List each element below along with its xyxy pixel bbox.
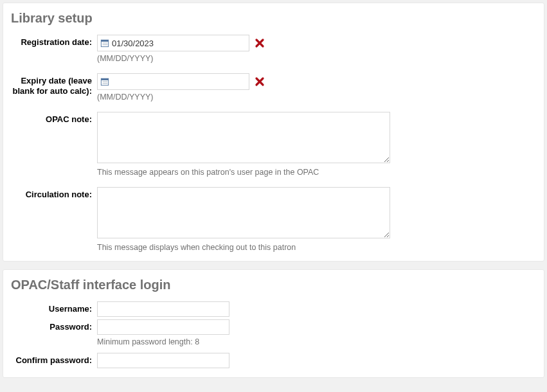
registration-date-input-wrap[interactable] (97, 35, 249, 51)
password-label: Password: (11, 319, 97, 332)
opac-note-textarea[interactable] (97, 112, 390, 163)
circulation-note-label: Circulation note: (11, 187, 97, 200)
login-fieldset: OPAC/Staff interface login Username: Pas… (3, 269, 544, 378)
expiry-date-label: Expiry date (leave blank for auto calc): (11, 73, 97, 97)
login-legend: OPAC/Staff interface login (11, 278, 536, 292)
svg-rect-5 (101, 78, 108, 80)
calendar-icon (100, 77, 109, 86)
username-label: Username: (11, 301, 97, 314)
registration-date-row: Registration date: (11, 35, 536, 69)
opac-note-row: OPAC note: This message appears on this … (11, 112, 536, 183)
password-input[interactable] (97, 319, 229, 335)
svg-rect-1 (101, 40, 108, 42)
circulation-note-row: Circulation note: This message displays … (11, 187, 536, 252)
registration-date-input[interactable] (109, 38, 246, 49)
confirm-password-input[interactable] (97, 353, 229, 368)
opac-note-label: OPAC note: (11, 112, 97, 125)
calendar-icon (100, 39, 109, 48)
circulation-note-hint: This message displays when checking out … (97, 243, 536, 252)
opac-note-hint: This message appears on this patron's us… (97, 168, 536, 177)
expiry-date-hint: (MM/DD/YYYY) (97, 93, 536, 102)
expiry-date-row: Expiry date (leave blank for auto calc): (11, 73, 536, 108)
password-hint: Minimum password length: 8 (97, 337, 536, 346)
expiry-date-input-wrap[interactable] (97, 73, 249, 90)
library-setup-fieldset: Library setup Registration date: (3, 3, 544, 262)
registration-date-label: Registration date: (11, 35, 97, 48)
registration-date-hint: (MM/DD/YYYY) (97, 54, 536, 63)
expiry-date-input[interactable] (109, 76, 246, 87)
username-input[interactable] (97, 301, 229, 317)
clear-expiry-date-icon[interactable] (255, 76, 265, 87)
library-setup-legend: Library setup (11, 11, 536, 26)
password-row: Password: Minimum password length: 8 (11, 319, 536, 350)
confirm-password-label: Confirm password: (11, 353, 97, 366)
clear-registration-date-icon[interactable] (255, 38, 265, 48)
confirm-password-row: Confirm password: (11, 353, 536, 368)
username-row: Username: (11, 301, 536, 317)
circulation-note-textarea[interactable] (97, 187, 390, 238)
